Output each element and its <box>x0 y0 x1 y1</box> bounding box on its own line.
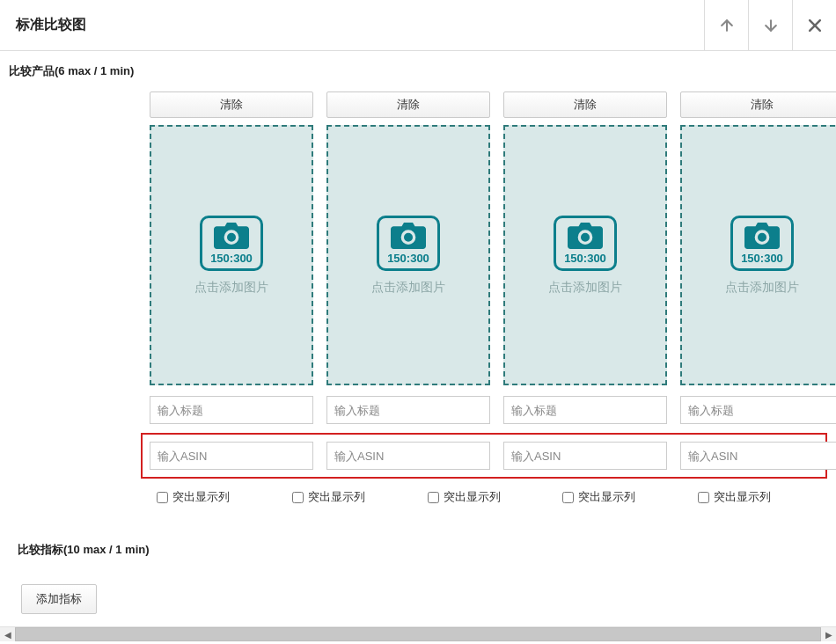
highlight-column-checkbox[interactable] <box>562 492 574 503</box>
move-up-button[interactable] <box>704 0 748 50</box>
image-hint-text: 点击添加图片 <box>194 280 268 296</box>
product-column: 清除 150:300 点击添加图片 <box>326 91 490 424</box>
camera-placeholder: 150:300 <box>377 216 440 271</box>
highlight-column-label: 突出显示列 <box>444 489 501 505</box>
image-hint-text: 点击添加图片 <box>725 280 799 296</box>
clear-button[interactable]: 清除 <box>680 91 836 118</box>
camera-icon <box>214 223 249 252</box>
image-ratio-label: 150:300 <box>741 252 783 265</box>
highlight-column-checkbox-wrap[interactable]: 突出显示列 <box>157 489 279 505</box>
image-ratio-label: 150:300 <box>564 252 606 265</box>
highlight-column-label: 突出显示列 <box>578 489 635 505</box>
asin-input[interactable] <box>680 442 836 470</box>
highlight-column-checkbox-wrap[interactable]: 突出显示列 <box>292 489 414 505</box>
title-input[interactable] <box>326 396 490 424</box>
camera-placeholder: 150:300 <box>730 216 794 271</box>
camera-icon <box>568 223 603 252</box>
product-column: 清除 150:300 点击添加图片 <box>680 91 836 424</box>
image-ratio-label: 150:300 <box>387 252 429 265</box>
highlight-column-checkbox[interactable] <box>698 492 709 503</box>
clear-button[interactable]: 清除 <box>503 91 667 118</box>
title-input[interactable] <box>150 396 313 424</box>
image-hint-text: 点击添加图片 <box>548 280 622 296</box>
asin-input[interactable] <box>503 442 667 470</box>
camera-icon <box>391 223 426 252</box>
asin-input[interactable] <box>150 442 313 470</box>
product-column: 清除 150:300 点击添加图片 <box>503 91 667 424</box>
page-title: 标准比较图 <box>0 16 86 34</box>
scroll-thumb[interactable] <box>15 627 821 641</box>
metrics-section: 比较指标(10 max / 1 min) 添加指标 <box>0 530 836 621</box>
header-actions <box>704 0 836 50</box>
clear-button[interactable]: 清除 <box>326 91 490 118</box>
highlight-column-checkbox-wrap[interactable]: 突出显示列 <box>698 489 820 505</box>
clear-button[interactable]: 清除 <box>150 91 313 118</box>
image-drop-zone[interactable]: 150:300 点击添加图片 <box>150 125 313 385</box>
highlight-column-label: 突出显示列 <box>714 489 771 505</box>
scroll-right-icon[interactable]: ▶ <box>821 627 836 642</box>
image-drop-zone[interactable]: 150:300 点击添加图片 <box>326 125 490 385</box>
title-input[interactable] <box>680 396 836 424</box>
highlight-column-checkbox-wrap[interactable]: 突出显示列 <box>428 489 550 505</box>
header: 标准比较图 <box>0 0 836 51</box>
highlight-column-label: 突出显示列 <box>172 489 230 505</box>
camera-placeholder: 150:300 <box>200 216 263 271</box>
add-metric-button[interactable]: 添加指标 <box>21 584 97 614</box>
close-button[interactable] <box>792 0 836 50</box>
highlight-column-label: 突出显示列 <box>308 489 365 505</box>
image-ratio-label: 150:300 <box>210 252 253 265</box>
asin-input[interactable] <box>326 442 490 470</box>
highlight-column-checkbox-wrap[interactable]: 突出显示列 <box>562 489 685 505</box>
title-input[interactable] <box>503 396 667 424</box>
move-down-button[interactable] <box>748 0 792 50</box>
highlight-column-checkbox[interactable] <box>157 492 168 503</box>
image-drop-zone[interactable]: 150:300 点击添加图片 <box>680 125 836 385</box>
camera-placeholder: 150:300 <box>554 216 617 271</box>
highlight-column-checkbox[interactable] <box>428 492 439 503</box>
horizontal-scrollbar[interactable]: ◀ ▶ <box>0 626 836 641</box>
metrics-section-label: 比较指标(10 max / 1 min) <box>9 530 827 570</box>
highlight-column-checkbox[interactable] <box>292 492 304 503</box>
scroll-left-icon[interactable]: ◀ <box>0 627 15 642</box>
product-column: 清除 150:300 点击添加图片 <box>150 91 313 424</box>
product-columns: 清除 150:300 点击添加图片 清除 150:3 <box>150 91 827 424</box>
image-hint-text: 点击添加图片 <box>371 280 445 296</box>
products-section-label: 比较产品(6 max / 1 min) <box>0 51 836 91</box>
highlight-row: 突出显示列 突出显示列 突出显示列 突出显示列 突出显示列 <box>150 489 827 505</box>
image-drop-zone[interactable]: 150:300 点击添加图片 <box>503 125 667 385</box>
asin-input-row <box>141 433 827 479</box>
camera-icon <box>744 223 780 252</box>
